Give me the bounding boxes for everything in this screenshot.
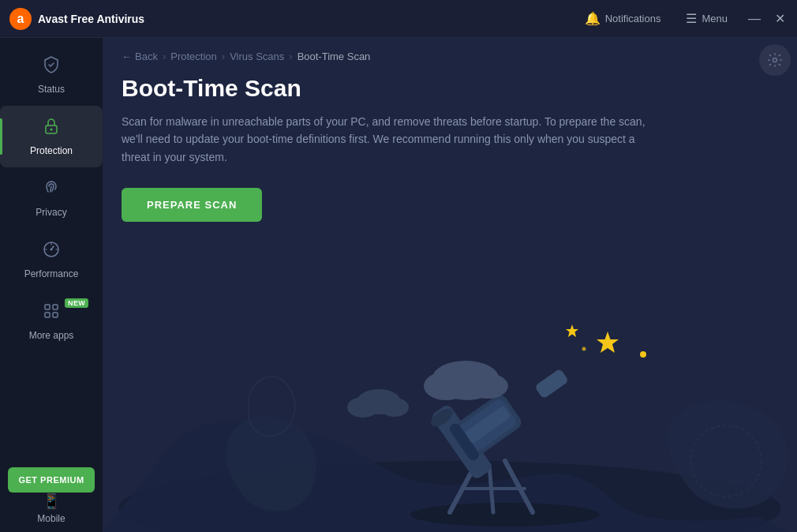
svg-rect-9 (53, 313, 58, 317)
breadcrumb-sep-3: › (289, 51, 292, 62)
prepare-scan-button[interactable]: PREPARE SCAN (122, 188, 262, 222)
window-controls: — ✕ (746, 11, 788, 27)
get-premium-button[interactable]: GET PREMIUM (8, 467, 95, 493)
mobile-icon: 📱 (43, 493, 60, 510)
sidebar-item-mobile-label: Mobile (37, 513, 65, 524)
content-area: ← Back › Protection › Virus Scans › Boot… (103, 38, 797, 532)
main-layout: Status Protection (0, 38, 797, 532)
back-label: Back (135, 51, 158, 62)
page-content: Boot-Time Scan Scan for malware in unrea… (103, 69, 797, 222)
menu-button[interactable]: ☰ Menu (679, 8, 734, 29)
fingerprint-icon (42, 178, 61, 202)
breadcrumb: ← Back › Protection › Virus Scans › Boot… (103, 38, 797, 69)
sidebar-item-more-apps-label: More apps (29, 330, 74, 341)
svg-marker-31 (597, 332, 619, 353)
illustration-svg (103, 264, 797, 532)
back-button[interactable]: ← Back (122, 51, 158, 62)
app-title: Avast Free Antivirus (38, 13, 144, 25)
title-bar-left: a Avast Free Antivirus (9, 8, 144, 30)
svg-point-26 (380, 398, 409, 417)
breadcrumb-protection[interactable]: Protection (170, 51, 217, 62)
breadcrumb-virus-scans[interactable]: Virus Scans (230, 51, 284, 62)
sidebar-item-protection[interactable]: Protection (0, 106, 103, 167)
svg-point-25 (347, 397, 379, 418)
menu-label: Menu (702, 13, 728, 24)
menu-icon: ☰ (686, 11, 697, 26)
new-badge: NEW (65, 298, 88, 308)
page-title: Boot-Time Scan (122, 75, 778, 102)
sidebar-item-privacy-label: Privacy (36, 207, 66, 218)
grid-icon (42, 302, 61, 325)
avast-logo-icon: a (9, 8, 32, 30)
sidebar-item-status-label: Status (38, 84, 65, 95)
svg-point-12 (410, 503, 600, 526)
back-arrow-icon: ← (122, 51, 132, 62)
title-bar: a Avast Free Antivirus 🔔 Notifications ☰… (0, 0, 797, 38)
notifications-label: Notifications (605, 13, 661, 24)
svg-point-30 (442, 377, 492, 400)
settings-button[interactable] (759, 44, 791, 76)
bell-icon: 🔔 (585, 11, 601, 26)
breadcrumb-sep-1: › (163, 51, 166, 62)
sidebar-item-status[interactable]: Status (0, 44, 103, 106)
sidebar: Status Protection (0, 38, 103, 532)
breadcrumb-current: Boot-Time Scan (297, 51, 371, 62)
svg-rect-19 (534, 368, 569, 399)
svg-text:a: a (17, 12, 24, 25)
sidebar-item-privacy[interactable]: Privacy (0, 167, 103, 229)
svg-rect-7 (53, 305, 58, 309)
sidebar-item-mobile[interactable]: 📱 Mobile (0, 493, 103, 524)
sidebar-item-protection-label: Protection (30, 145, 73, 156)
minimize-button[interactable]: — (746, 11, 762, 27)
svg-rect-6 (45, 305, 50, 309)
svg-rect-8 (45, 313, 50, 317)
breadcrumb-sep-2: › (222, 51, 225, 62)
svg-point-3 (51, 129, 53, 131)
gear-icon (767, 52, 783, 68)
shield-icon (42, 55, 61, 79)
page-description: Scan for malware in unreachable parts of… (122, 113, 658, 166)
sidebar-item-performance[interactable]: Performance (0, 229, 103, 290)
title-bar-right: 🔔 Notifications ☰ Menu — ✕ (578, 8, 788, 29)
svg-point-10 (773, 58, 777, 62)
sidebar-item-performance-label: Performance (24, 268, 79, 279)
svg-point-34 (582, 347, 586, 351)
boot-time-scan-illustration (103, 264, 797, 532)
svg-point-33 (640, 351, 646, 358)
speedometer-icon (42, 240, 61, 264)
close-button[interactable]: ✕ (772, 11, 788, 27)
notifications-button[interactable]: 🔔 Notifications (578, 8, 668, 29)
lock-icon (42, 117, 61, 140)
sidebar-item-more-apps[interactable]: NEW More apps (0, 290, 103, 352)
svg-marker-32 (566, 324, 578, 337)
svg-point-5 (51, 249, 53, 251)
